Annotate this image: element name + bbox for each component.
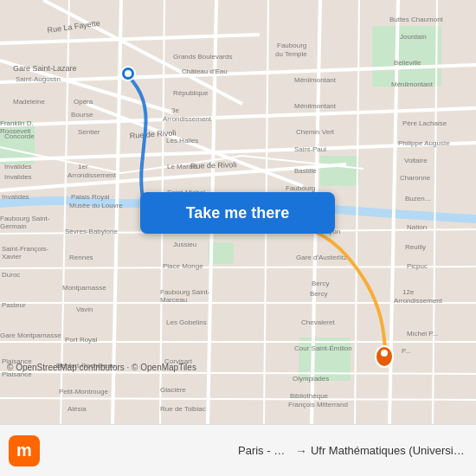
svg-text:Invalides: Invalides (4, 173, 32, 181)
svg-text:Duroc: Duroc (2, 271, 20, 279)
moovit-logo: m (9, 435, 40, 466)
svg-text:Palais Royal ·: Palais Royal · (71, 193, 113, 201)
svg-text:Chevaleret: Chevaleret (301, 318, 335, 326)
svg-text:Xavier: Xavier (2, 253, 22, 261)
svg-text:Arrondissement: Arrondissement (68, 171, 117, 179)
svg-text:Jussieu: Jussieu (173, 241, 196, 248)
svg-text:Bercy: Bercy (310, 290, 327, 298)
svg-point-121 (125, 70, 132, 77)
svg-text:Gare Montparnasse: Gare Montparnasse (0, 331, 61, 339)
svg-text:Sèvres-Babylone: Sèvres-Babylone (65, 228, 118, 235)
svg-text:Charonne: Charonne (400, 174, 431, 182)
svg-text:Place Monge: Place Monge (163, 262, 203, 270)
svg-text:Marceau: Marceau (160, 296, 187, 304)
svg-text:Les Halles: Les Halles (166, 137, 198, 145)
svg-text:Nation: Nation (407, 223, 427, 231)
svg-text:Reuilly: Reuilly (405, 243, 426, 251)
svg-text:Le Marais: Le Marais (167, 163, 197, 170)
svg-text:Vavin: Vavin (76, 306, 93, 313)
svg-text:Faubourg Saint-: Faubourg Saint- (160, 288, 210, 296)
svg-text:Saint-Augustin: Saint-Augustin (16, 75, 61, 83)
svg-text:Bercy: Bercy (312, 280, 329, 287)
svg-text:12e: 12e (402, 288, 415, 296)
route-info: Paris - Opé... → Ufr Mathématiques (Univ… (238, 444, 467, 458)
take-me-there-button[interactable]: Take me there (140, 192, 335, 234)
svg-text:Grands Boulevards: Grands Boulevards (173, 53, 232, 61)
svg-text:Germain: Germain (0, 222, 27, 230)
svg-text:1er: 1er (78, 163, 88, 170)
svg-text:Sentier: Sentier (78, 128, 100, 136)
svg-text:Michel P...: Michel P... (407, 330, 438, 338)
svg-point-123 (381, 350, 388, 357)
svg-text:Bibliothèque: Bibliothèque (290, 392, 329, 400)
svg-text:Cour Saint-Émilion: Cour Saint-Émilion (294, 344, 352, 352)
svg-text:Père Lachaise: Père Lachaise (402, 119, 447, 127)
destination-label: Ufr Mathématiques (Université de Pa... (311, 444, 467, 457)
svg-text:République: République (173, 89, 209, 97)
map-attribution: © OpenStreetMap contributors · © OpenMap… (7, 363, 196, 372)
svg-text:Franklin D.: Franklin D. (0, 119, 34, 127)
svg-text:Château d'Eau: Château d'Eau (182, 68, 228, 75)
app-branding: m (9, 435, 238, 466)
svg-text:Voltaire: Voltaire (404, 157, 428, 164)
svg-text:Philippe Auguste: Philippe Auguste (398, 139, 450, 147)
svg-text:Ménilmontant: Ménilmontant (391, 80, 434, 88)
svg-text:Arrondissement: Arrondissement (394, 297, 443, 305)
svg-text:Gare d'Austerlitz: Gare d'Austerlitz (296, 254, 347, 261)
svg-text:Musée du Louvre: Musée du Louvre (69, 202, 123, 209)
svg-text:Jourdain: Jourdain (400, 33, 427, 41)
svg-text:Buttes Chaumont: Buttes Chaumont (389, 16, 444, 23)
svg-text:Invalides: Invalides (2, 193, 29, 201)
svg-text:Belleville: Belleville (394, 59, 421, 67)
svg-text:Faubourg: Faubourg (286, 184, 315, 192)
svg-text:Montparnasse: Montparnasse (62, 284, 106, 292)
svg-text:Picpuc: Picpuc (407, 262, 428, 270)
svg-text:Faubourg: Faubourg (277, 42, 306, 49)
svg-text:Bastille: Bastille (294, 167, 317, 175)
arrow-icon: → (295, 444, 307, 458)
svg-text:Invalides: Invalides (4, 163, 32, 170)
svg-text:Ménilmontant: Ménilmontant (294, 76, 337, 84)
map-container: Rue La Fayette Rue de Rivoli Rue de Rivo… (0, 0, 476, 424)
svg-text:Les Gobelins: Les Gobelins (166, 318, 207, 326)
bottom-bar: m Paris - Opé... → Ufr Mathématiques (Un… (0, 424, 476, 476)
svg-text:du Temple: du Temple (275, 50, 307, 58)
svg-text:Pasteur: Pasteur (2, 301, 26, 309)
svg-text:Saint-François-: Saint-François- (2, 245, 49, 253)
svg-text:François Mitterrand: François Mitterrand (288, 401, 348, 408)
svg-text:Rennes: Rennes (69, 254, 93, 261)
svg-text:Madeleine: Madeleine (13, 98, 45, 106)
origin-label: Paris - Opé... (238, 444, 292, 457)
svg-rect-2 (320, 156, 359, 186)
svg-text:Bourse: Bourse (71, 111, 93, 119)
svg-text:Rue de Tolbiac: Rue de Tolbiac (160, 405, 206, 413)
svg-text:Glacière: Glacière (160, 386, 186, 394)
svg-text:Opéra: Opéra (74, 98, 93, 106)
svg-text:Alésia: Alésia (68, 405, 87, 413)
svg-text:Port Royal: Port Royal (65, 336, 98, 344)
svg-text:Saint-Paul: Saint-Paul (294, 145, 326, 153)
svg-text:Faubourg Saint-: Faubourg Saint- (0, 215, 50, 222)
moovit-letter: m (16, 441, 32, 460)
svg-text:Petit-Montrouge: Petit-Montrouge (59, 388, 108, 396)
svg-text:Chemin Vert: Chemin Vert (296, 128, 335, 136)
svg-text:Olympiades: Olympiades (293, 375, 329, 383)
svg-text:P...: P... (402, 347, 411, 355)
svg-text:Ménilmontant: Ménilmontant (294, 102, 337, 110)
svg-text:Roosevelt: Roosevelt (0, 127, 31, 135)
svg-text:Gare Saint-Lazare: Gare Saint-Lazare (13, 64, 77, 73)
svg-text:Arrondissement: Arrondissement (163, 115, 212, 123)
svg-text:Buzen...: Buzen... (405, 195, 430, 203)
svg-text:3e: 3e (171, 106, 179, 114)
